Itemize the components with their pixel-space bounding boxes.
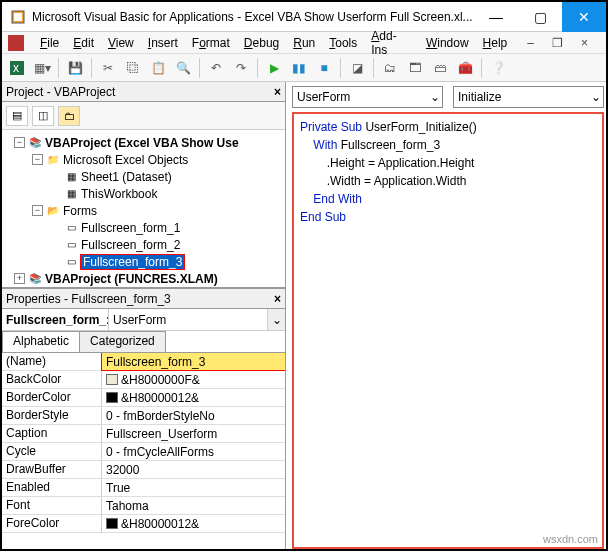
app-icon [10, 9, 26, 25]
collapse-icon[interactable]: − [14, 137, 25, 148]
project-explorer-icon[interactable]: 🗂 [379, 57, 401, 79]
help-icon[interactable]: ❔ [487, 57, 509, 79]
properties-grid[interactable]: (Name)Fullscreen_form_3 BackColor&H80000… [2, 353, 285, 549]
menu-file[interactable]: File [34, 34, 65, 52]
insert-module-icon[interactable]: ▦▾ [31, 57, 53, 79]
view-excel-icon[interactable]: x [6, 57, 28, 79]
menu-run[interactable]: Run [287, 34, 321, 52]
project-toolbar: ▤ ◫ 🗀 [2, 102, 285, 130]
menu-edit[interactable]: Edit [67, 34, 100, 52]
title-bar: Microsoft Visual Basic for Applications … [2, 2, 606, 32]
properties-panel-title: Properties - Fullscreen_form_3 [6, 292, 171, 306]
object-dropdown[interactable]: UserForm⌄ [292, 86, 443, 108]
sheet-icon: ▦ [64, 170, 78, 184]
cut-icon[interactable]: ✂ [97, 57, 119, 79]
mdi-minimize[interactable]: – [521, 34, 540, 52]
copy-icon[interactable]: ⿻ [122, 57, 144, 79]
minimize-button[interactable]: — [474, 2, 518, 32]
collapse-icon[interactable]: − [32, 154, 43, 165]
prop-name-value[interactable]: Fullscreen_form_3 [102, 353, 285, 370]
properties-panel-header: Properties - Fullscreen_form_3 × [2, 289, 285, 309]
properties-object-dropdown[interactable]: Fullscreen_form_: UserForm ⌄ [2, 309, 285, 331]
chevron-down-icon: ⌄ [591, 90, 601, 104]
svg-rect-1 [14, 13, 22, 21]
view-code-icon[interactable]: ▤ [6, 106, 28, 126]
mdi-close[interactable]: × [575, 34, 594, 52]
form-icon: ▭ [64, 238, 78, 252]
form-icon: ▭ [64, 221, 78, 235]
maximize-button[interactable]: ▢ [518, 2, 562, 32]
collapse-icon[interactable]: − [32, 205, 43, 216]
view-object-icon[interactable]: ◫ [32, 106, 54, 126]
color-swatch [106, 518, 118, 529]
project-panel-title: Project - VBAProject [6, 85, 115, 99]
paste-icon[interactable]: 📋 [147, 57, 169, 79]
menu-debug[interactable]: Debug [238, 34, 285, 52]
project-icon: 📚 [28, 272, 42, 286]
menu-bar: File Edit View Insert Format Debug Run T… [2, 32, 606, 54]
code-editor[interactable]: Private Sub UserForm_Initialize() With F… [292, 112, 604, 549]
project-panel-close[interactable]: × [274, 85, 281, 99]
menu-view[interactable]: View [102, 34, 140, 52]
reset-icon[interactable]: ■ [313, 57, 335, 79]
project-panel-header: Project - VBAProject × [2, 82, 285, 102]
find-icon[interactable]: 🔍 [172, 57, 194, 79]
menu-tools[interactable]: Tools [323, 34, 363, 52]
mdi-controls: – ❐ × [515, 32, 600, 54]
properties-tabs: Alphabetic Categorized [2, 331, 285, 353]
toolbox-icon[interactable]: 🧰 [454, 57, 476, 79]
redo-icon[interactable]: ↷ [230, 57, 252, 79]
tab-alphabetic[interactable]: Alphabetic [2, 331, 80, 352]
chevron-down-icon: ⌄ [430, 90, 440, 104]
menu-window[interactable]: Window [420, 34, 475, 52]
menu-addins[interactable]: Add-Ins [365, 27, 418, 59]
properties-window-icon[interactable]: 🗔 [404, 57, 426, 79]
menu-insert[interactable]: Insert [142, 34, 184, 52]
procedure-dropdown[interactable]: Initialize⌄ [453, 86, 604, 108]
properties-panel-close[interactable]: × [274, 292, 281, 306]
watermark: wsxdn.com [543, 533, 598, 545]
folder-icon: 📁 [46, 153, 60, 167]
toolbar: x ▦▾ 💾 ✂ ⿻ 📋 🔍 ↶ ↷ ▶ ▮▮ ■ ◪ 🗂 🗔 🗃 🧰 ❔ [2, 54, 606, 82]
toggle-folders-icon[interactable]: 🗀 [58, 106, 80, 126]
mdi-restore[interactable]: ❐ [546, 34, 569, 52]
folder-open-icon: 📂 [46, 204, 60, 218]
chevron-down-icon[interactable]: ⌄ [267, 309, 285, 330]
save-icon[interactable]: 💾 [64, 57, 86, 79]
excel-icon [8, 35, 24, 51]
color-swatch [106, 374, 118, 385]
project-tree[interactable]: −📚VBAProject (Excel VBA Show Use −📁Micro… [2, 130, 285, 288]
code-pane: UserForm⌄ Initialize⌄ Private Sub UserFo… [286, 82, 606, 549]
color-swatch [106, 392, 118, 403]
run-icon[interactable]: ▶ [263, 57, 285, 79]
prop-name-label: (Name) [2, 353, 102, 370]
svg-text:x: x [13, 61, 19, 75]
design-mode-icon[interactable]: ◪ [346, 57, 368, 79]
break-icon[interactable]: ▮▮ [288, 57, 310, 79]
window-title: Microsoft Visual Basic for Applications … [32, 10, 474, 24]
form-icon: ▭ [64, 255, 78, 269]
expand-icon[interactable]: + [14, 273, 25, 284]
workbook-icon: ▦ [64, 187, 78, 201]
undo-icon[interactable]: ↶ [205, 57, 227, 79]
tab-categorized[interactable]: Categorized [79, 331, 166, 352]
object-browser-icon[interactable]: 🗃 [429, 57, 451, 79]
menu-help[interactable]: Help [477, 34, 514, 52]
project-icon: 📚 [28, 136, 42, 150]
menu-format[interactable]: Format [186, 34, 236, 52]
close-button[interactable]: ✕ [562, 2, 606, 32]
